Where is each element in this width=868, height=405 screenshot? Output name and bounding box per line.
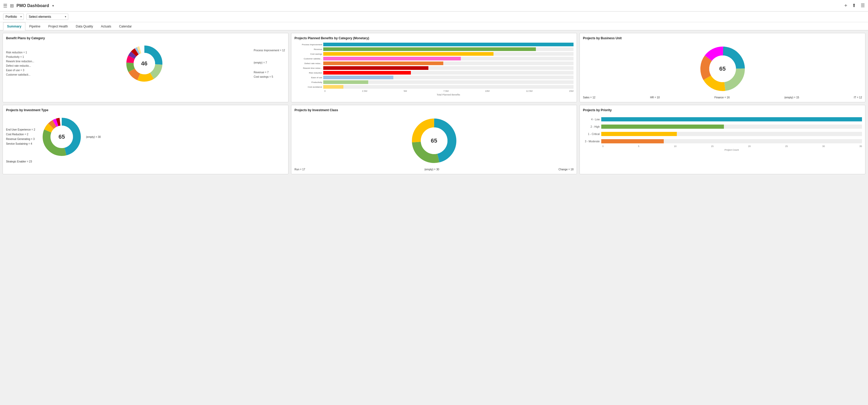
legend-item: Revenue Generating = 3 [6,137,37,142]
legend-item: Productivity = 1 [6,55,35,59]
legend-item: Run = 17 [294,168,305,171]
grid-icon[interactable]: ⊞ [10,3,14,9]
benefit-plans-legend-left: Risk reduction = 1 Productivity = 1 Rewo… [6,50,35,77]
bar-track [323,47,574,51]
legend-item: Service Sustaining = 4 [6,142,37,146]
x-tick: 35 [859,145,862,148]
x-tick: 10M [485,90,490,92]
bar-row: Revenue [294,47,574,51]
x-tick: 15 [711,145,714,148]
legend-item: End User Experience = 2 [6,127,37,132]
bar-label: Customer satisfac... [294,58,323,60]
business-unit-layout: 65 [583,42,862,95]
bar-track [323,71,574,75]
investment-class-chart: Projects by Investment Class 65 R [291,105,577,174]
legend-item: Cost savings = 5 [254,75,285,79]
elements-select[interactable]: Select elements [26,13,68,20]
planned-benefits-chart: Projects Planned Benefits by Category (M… [291,33,577,102]
investment-class-total: 65 [431,137,437,144]
legend-item: Ease of use = 3 [6,68,35,73]
bar-row: Productivity [294,80,574,84]
x-tick: 25 [785,145,788,148]
investment-class-legend: Run = 17 (empty) = 30 Change = 18 [294,168,574,171]
investment-type-layout: End User Experience = 2 Cost Reduction =… [6,115,285,159]
bar-label: Cost savings [294,53,323,55]
investment-type-chart: Projects by Investment Type End User Exp… [3,105,288,174]
title-dropdown-icon[interactable]: ▼ [52,4,54,7]
bar-row: Cost avoidance [294,85,574,89]
legend-item: Process Improvement = 12 [254,48,285,53]
legend-item: Rework time reduction... [6,59,35,64]
legend-item: (empty) = 30 [425,168,439,171]
charts-grid: Benefit Plans by Category Risk reduction… [3,33,865,174]
legend-item: Risk reduction = 1 [6,50,35,55]
bar-row: Process Improvement [294,42,574,46]
bar-track [323,85,574,89]
priority-fill [601,139,664,143]
add-icon[interactable]: + [844,3,847,9]
bar-track [323,57,574,60]
legend-item: Sales = 12 [583,96,595,99]
bar-label: Productivity [294,81,323,83]
investment-type-legend-left: End User Experience = 2 Cost Reduction =… [6,127,37,146]
tab-actuals[interactable]: Actuals [97,22,115,30]
priority-fill [601,117,862,121]
bar-row: Risk reduction [294,71,574,75]
legend-item: Customer satisfacti... [6,73,35,77]
legend-item: HR = 10 [650,96,660,99]
benefit-plans-total: 46 [141,60,147,67]
x-axis: 0 2.5M 5M 7.5M 10M 12.5M 15M [294,90,574,92]
legend-item: Finance = 16 [714,96,730,99]
portfolio-select[interactable]: Portfolio [3,13,24,20]
priority-track [601,124,862,129]
bar-label: Revenue [294,48,323,51]
benefit-plans-donut: 46 [123,42,165,85]
tab-pipeline[interactable]: Pipeline [25,22,44,30]
hamburger-icon[interactable]: ☰ [3,3,7,9]
app-title: PMO Dashboard [17,3,49,8]
business-unit-chart: Projects by Business Unit [580,33,865,102]
investment-type-legend-right: (empty) = 30 [86,136,101,138]
investment-type-donut: 65 [39,115,84,159]
portfolio-select-wrapper[interactable]: Portfolio [3,13,24,20]
header: ☰ ⊞ PMO Dashboard ▼ + ⬆ ☰ [0,0,868,11]
legend-item: Revenue = 7 [254,70,285,75]
investment-type-title: Projects by Investment Type [6,108,285,112]
tab-data-quality[interactable]: Data Quality [72,22,97,30]
bar-row: Ease of use [294,76,574,79]
priority-track [601,139,862,143]
bar-label: Ease of use [294,77,323,79]
bar-row: Cost savings [294,52,574,56]
bar-label: Cost avoidance [294,86,323,88]
share-icon[interactable]: ⬆ [852,3,856,9]
bar-track [323,61,574,65]
bar-label: Process Improvement [294,44,323,46]
bar-track [323,42,574,46]
tab-calendar[interactable]: Calendar [115,22,136,30]
x-tick: 15M [569,90,574,92]
bar-row: Rework time reduc... [294,66,574,70]
investment-class-title: Projects by Investment Class [294,108,574,112]
legend-item: IT = 12 [854,96,862,99]
tabs-bar: Summary Pipeline Project Health Data Qua… [0,22,868,30]
legend-item: (empty) = 15 [784,96,799,99]
priority-label: 3 - Moderate [583,140,601,143]
filter-icon[interactable]: ☰ [861,3,865,9]
benefit-plans-chart: Benefit Plans by Category Risk reduction… [3,33,288,102]
priority-fill [601,132,677,136]
tab-project-health[interactable]: Project Health [44,22,72,30]
business-unit-total: 65 [719,65,725,72]
header-left: ☰ ⊞ PMO Dashboard ▼ [3,3,54,9]
benefit-plans-legend-right: Process Improvement = 12 (empty) = 7 Rev… [254,48,285,79]
bar-track [323,76,574,79]
bar-row: Defect rate reduc... [294,61,574,65]
x-tick: 10 [674,145,677,148]
elements-select-wrapper[interactable]: Select elements [26,13,68,20]
bar-label: Defect rate reduc... [294,62,323,65]
tab-summary[interactable]: Summary [3,22,25,30]
x-tick: 0 [324,90,326,92]
priority-bar-row: 3 - Moderate [583,139,862,143]
planned-benefits-bars: Process Improvement Revenue Cost savings… [294,42,574,96]
priority-bar-row: 4 - Low [583,117,862,121]
bar-label: Rework time reduc... [294,67,323,69]
